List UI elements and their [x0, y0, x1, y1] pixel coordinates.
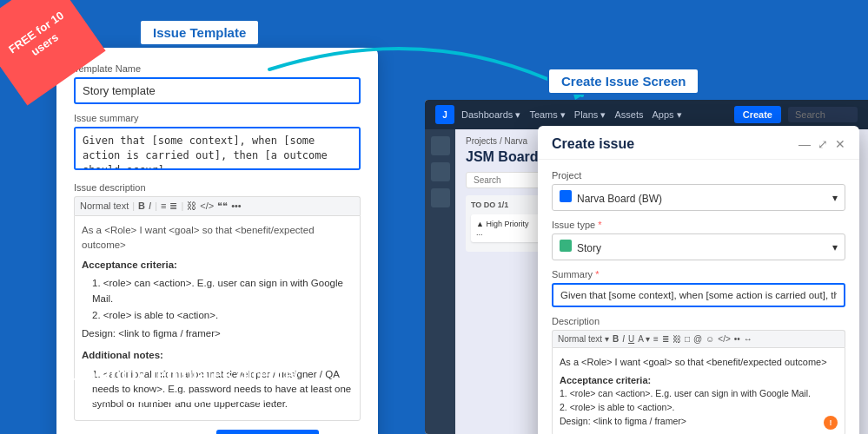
dialog-body: Project Narva Board (BW) ▾ Issue type * … [538, 160, 859, 434]
jira-sidebar [425, 129, 455, 434]
dialog-bold-btn[interactable]: B [613, 334, 619, 344]
role-line: As a <Role> I want <goal> so that <benef… [82, 223, 353, 253]
bottom-text: Auto apply templates directly in Jira cr… [56, 363, 299, 408]
acceptance-heading: Acceptance criteria: [82, 258, 353, 273]
issue-type-label: Issue type * [552, 220, 845, 230]
dialog-title: Create issue [552, 136, 634, 152]
template-card-actions: Save Template Cancel [74, 430, 361, 434]
description-toolbar: Normal text | B I | ≡ ≣ | ⛓ </> ❝❝ ••• [74, 196, 361, 215]
create-issue-dialog: Create issue — ⤢ ✕ Project Narva Board (… [538, 126, 859, 434]
jira-create-button[interactable]: Create [734, 106, 781, 123]
list-btn[interactable]: ≡ [161, 201, 166, 211]
project-field: Project Narva Board (BW) ▾ [552, 170, 845, 211]
summary-label: Summary * [552, 269, 845, 279]
dialog-table-btn[interactable]: □ [685, 334, 690, 344]
dialog-role-line: As a <Role> I want <goal> so that <benef… [560, 355, 838, 370]
create-issue-screen-label: Create Issue Screen [547, 68, 699, 95]
italic-btn[interactable]: I [149, 201, 151, 211]
dialog-header-icons: — ⤢ ✕ [798, 137, 845, 151]
dialog-description-editor[interactable]: As a <Role> I want <goal> so that <benef… [552, 347, 845, 434]
connecting-arrow [261, 43, 591, 113]
dialog-acceptance-1: 1. <role> can <action>. E.g. user can si… [560, 387, 838, 401]
acceptance-item-1: 1. <role> can <action>. E.g. user can si… [92, 276, 353, 306]
project-label: Project [552, 170, 845, 181]
dialog-description-toolbar: Normal text ▾ B I U A ▾ ≡ ≣ ⛓ □ @ ☺ </> … [552, 330, 845, 347]
nav-assets[interactable]: Assets [614, 109, 643, 120]
issue-template-label: Issue Template [139, 19, 260, 46]
close-icon[interactable]: ✕ [835, 137, 845, 151]
dialog-expand-btn[interactable]: ↔ [744, 334, 752, 344]
issue-type-field: Issue type * Story ▾ [552, 220, 845, 260]
summary-field: Summary * [552, 269, 845, 307]
dialog-acceptance-heading: Acceptance criteria: [560, 375, 651, 385]
dialog-more-btn[interactable]: •• [734, 334, 740, 344]
sidebar-icon-3[interactable] [431, 188, 450, 207]
board-search[interactable] [466, 172, 544, 188]
dialog-style-dropdown[interactable]: Normal text ▾ [558, 334, 609, 344]
acceptance-item-2: 2. <role> is able to <action>. [92, 308, 353, 323]
bold-btn[interactable]: B [138, 201, 145, 211]
issue-description-label: Issue description [74, 182, 361, 193]
description-label: Description [552, 316, 845, 326]
summary-input[interactable] [552, 283, 845, 307]
dialog-underline-btn[interactable]: U [628, 334, 634, 344]
nav-apps[interactable]: Apps ▾ [652, 109, 681, 121]
description-field: Description Normal text ▾ B I U A ▾ ≡ ≣ … [552, 316, 845, 434]
dialog-italic-btn[interactable]: I [622, 334, 625, 344]
code-btn[interactable]: </> [200, 201, 214, 211]
project-select[interactable]: Narva Board (BW) ▾ [552, 184, 845, 211]
dialog-emoji-btn[interactable]: ☺ [706, 334, 714, 344]
dialog-list-btn[interactable]: ≡ [653, 334, 659, 344]
more-btn[interactable]: ••• [231, 201, 242, 211]
dialog-link-btn[interactable]: ⛓ [673, 334, 681, 344]
dialog-olist-btn[interactable]: ≣ [662, 334, 669, 344]
dialog-color-btn[interactable]: A ▾ [638, 334, 650, 344]
notes-heading: Additional notes: [82, 348, 353, 363]
dialog-header: Create issue — ⤢ ✕ [538, 126, 859, 160]
ordered-list-btn[interactable]: ≣ [169, 201, 177, 212]
dialog-acceptance-2: 2. <role> is able to <action>. [560, 401, 838, 415]
sidebar-icon-1[interactable] [431, 136, 450, 155]
quote-btn[interactable]: ❝❝ [217, 201, 228, 212]
expand-icon[interactable]: ⤢ [818, 137, 828, 151]
dialog-code-btn[interactable]: </> [718, 334, 730, 344]
dialog-mention-btn[interactable]: @ [693, 334, 702, 344]
minimize-icon[interactable]: — [798, 137, 811, 151]
issue-type-select[interactable]: Story ▾ [552, 233, 845, 260]
dialog-design-line: Design: <link to figma / framer> [560, 415, 838, 429]
sidebar-icon-2[interactable] [431, 162, 450, 181]
link-btn[interactable]: ⛓ [187, 201, 196, 211]
design-line: Design: <link to figma / framer> [82, 326, 353, 341]
style-dropdown[interactable]: Normal text [80, 201, 129, 211]
issue-summary-label: Issue summary [74, 113, 361, 123]
cancel-template-button[interactable]: Cancel [326, 430, 361, 434]
bottom-line-1: Auto apply templates directly [56, 363, 299, 385]
issue-summary-input[interactable]: Given that [some context], when [some ac… [74, 127, 361, 170]
jira-search-input[interactable] [788, 107, 858, 122]
bottom-line-2: in Jira create issue screen [56, 385, 299, 408]
save-template-button[interactable]: Save Template [216, 430, 319, 434]
